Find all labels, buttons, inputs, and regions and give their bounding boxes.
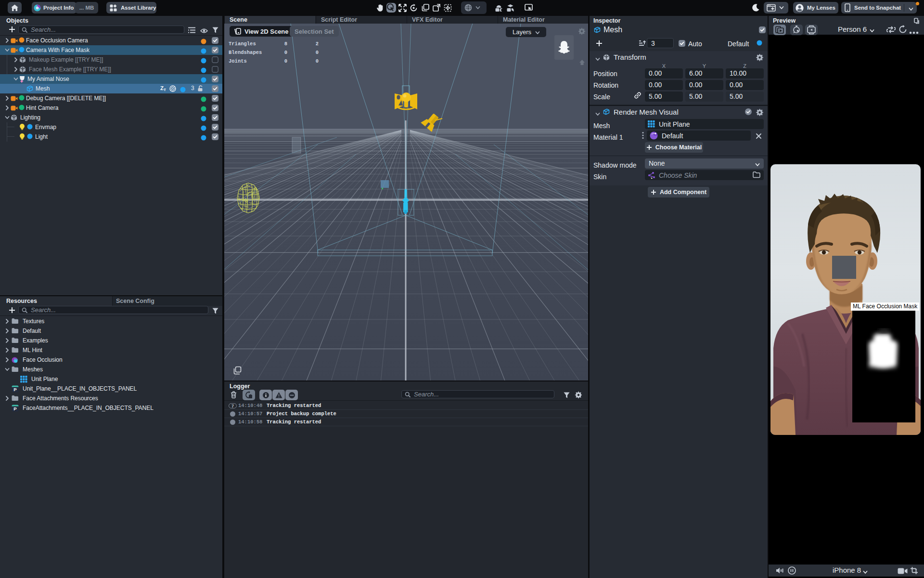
- svg-text:P: P: [13, 406, 17, 411]
- svg-text:P: P: [13, 387, 17, 392]
